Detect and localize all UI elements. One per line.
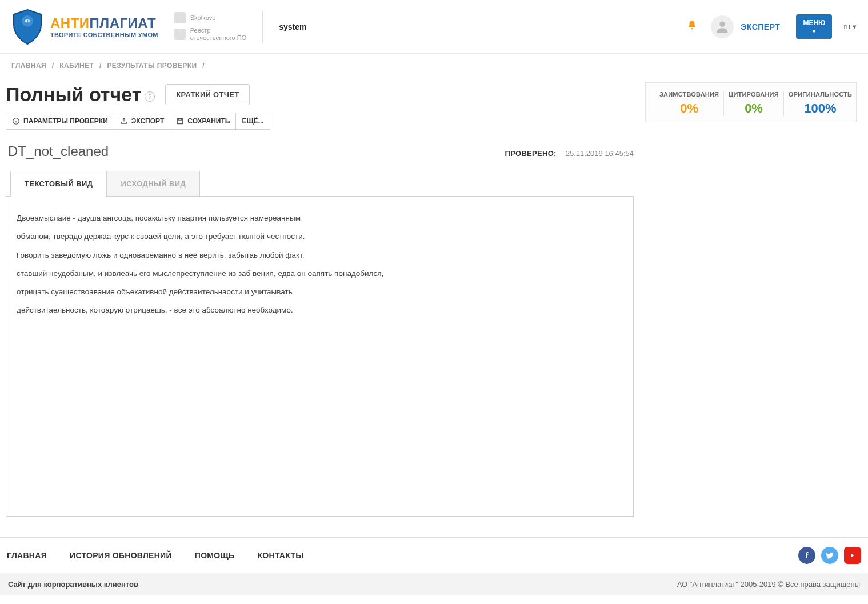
- menu-button[interactable]: МЕНЮ ▾: [796, 14, 832, 39]
- facebook-icon[interactable]: f: [798, 547, 815, 564]
- chevron-down-icon: ▾: [853, 22, 857, 31]
- twitter-icon[interactable]: [821, 547, 838, 564]
- check-params-button[interactable]: ПАРАМЕТРЫ ПРОВЕРКИ: [6, 113, 114, 130]
- skolkovo-icon: [174, 12, 186, 23]
- checked-label: ПРОВЕРЕНО:: [505, 149, 557, 158]
- footer: ГЛАВНАЯ ИСТОРИЯ ОБНОВЛЕНИЙ ПОМОЩЬ КОНТАК…: [0, 537, 868, 595]
- youtube-icon[interactable]: [844, 547, 861, 564]
- brand-tagline: ТВОРИТЕ СОБСТВЕННЫМ УМОМ: [50, 31, 158, 38]
- view-tabs: ТЕКСТОВЫЙ ВИД ИСХОДНЫЙ ВИД: [6, 171, 634, 197]
- toolbar: ПАРАМЕТРЫ ПРОВЕРКИ ЭКСПОРТ СОХРАНИТЬ ЕЩЁ…: [6, 113, 634, 130]
- shield-logo-icon: ©: [11, 9, 43, 45]
- footer-help[interactable]: ПОМОЩЬ: [195, 551, 235, 560]
- text-line: действитаельность, котоарую отрицаешь, -…: [17, 305, 623, 316]
- checked-info: ПРОВЕРЕНО: 25.11.2019 16:45:54: [505, 149, 634, 158]
- partner-registry: Реестр отечественного ПО: [174, 27, 246, 41]
- breadcrumb-cabinet[interactable]: КАБИНЕТ: [59, 62, 94, 70]
- text-content: Двоеамыслаие - дауша ангсоца, посакольку…: [6, 197, 634, 517]
- footer-copyright: АО "Антиплагиат" 2005-2019 © Все права з…: [677, 580, 860, 589]
- more-button[interactable]: ЕЩЁ...: [235, 113, 270, 130]
- breadcrumb-results[interactable]: РЕЗУЛЬТАТЫ ПРОВЕРКИ: [107, 62, 197, 70]
- svg-rect-6: [178, 118, 183, 123]
- checked-date: 25.11.2019 16:45:54: [566, 149, 634, 158]
- footer-home[interactable]: ГЛАВНАЯ: [7, 551, 47, 560]
- breadcrumb: ГЛАВНАЯ / КАБИНЕТ / РЕЗУЛЬТАТЫ ПРОВЕРКИ …: [0, 54, 868, 78]
- stat-borrowings: ЗАИМСТВОВАНИЯ 0%: [655, 91, 724, 116]
- text-line: Двоеамыслаие - дауша ангсоца, посакольку…: [17, 213, 623, 224]
- partners: Skolkovo Реестр отечественного ПО: [174, 12, 246, 41]
- breadcrumb-home[interactable]: ГЛАВНАЯ: [11, 62, 46, 70]
- partner-skolkovo: Skolkovo: [174, 12, 246, 23]
- divider: [262, 11, 263, 43]
- text-line: ставший неудобаным, и извлеачь его мысле…: [17, 268, 623, 279]
- info-icon: [12, 117, 20, 125]
- footer-contacts[interactable]: КОНТАКТЫ: [257, 551, 303, 560]
- notifications-icon[interactable]: [687, 20, 697, 33]
- logo[interactable]: © АНТИПЛАГИАТ ТВОРИТЕ СОБСТВЕННЫМ УМОМ: [11, 9, 158, 45]
- page-title: Полный отчет ?: [6, 83, 155, 106]
- stats-panel: ЗАИМСТВОВАНИЯ 0% ЦИТИРОВАНИЯ 0% ОРИГИНАЛ…: [645, 82, 857, 122]
- svg-text:©: ©: [25, 18, 30, 25]
- document-name: DT_not_cleaned: [8, 143, 109, 159]
- user-role[interactable]: ЭКСПЕРТ: [741, 22, 780, 31]
- export-icon: [120, 117, 128, 125]
- system-label: system: [279, 22, 306, 31]
- user-avatar[interactable]: [711, 15, 734, 38]
- footer-corp-link[interactable]: Сайт для корпоративных клиентов: [8, 580, 138, 589]
- text-line: Говорить заведомую ложь и одновареманно …: [17, 250, 623, 261]
- svg-point-2: [720, 21, 725, 26]
- save-icon: [176, 117, 184, 125]
- stat-originality: ОРИГИНАЛЬНОСТЬ 100%: [784, 91, 857, 116]
- export-button[interactable]: ЭКСПОРТ: [114, 113, 171, 130]
- text-line: отрицать суаществоавание объекативной де…: [17, 286, 623, 298]
- registry-icon: [174, 29, 186, 40]
- header: © АНТИПЛАГИАТ ТВОРИТЕ СОБСТВЕННЫМ УМОМ S…: [0, 0, 868, 54]
- footer-history[interactable]: ИСТОРИЯ ОБНОВЛЕНИЙ: [70, 551, 172, 560]
- help-icon[interactable]: ?: [145, 91, 155, 102]
- text-line: обманом, тверадо держаа курс к своаей це…: [17, 231, 623, 242]
- language-selector[interactable]: ru ▾: [843, 22, 857, 31]
- save-button[interactable]: СОХРАНИТЬ: [170, 113, 236, 130]
- brand-title: АНТИПЛАГИАТ: [50, 15, 158, 31]
- stat-citations: ЦИТИРОВАНИЯ 0%: [724, 91, 784, 116]
- tab-text-view[interactable]: ТЕКСТОВЫЙ ВИД: [10, 171, 107, 197]
- brief-report-button[interactable]: КРАТКИЙ ОТЧЕТ: [165, 84, 250, 105]
- tab-source-view[interactable]: ИСХОДНЫЙ ВИД: [106, 171, 200, 197]
- chevron-down-icon: ▾: [813, 28, 815, 34]
